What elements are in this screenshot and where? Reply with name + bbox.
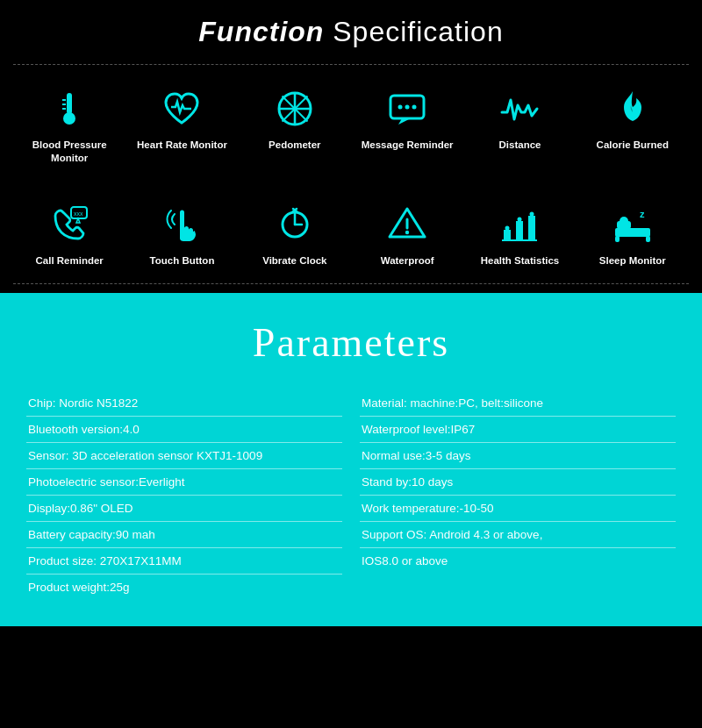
svg-point-28 bbox=[505, 225, 510, 230]
page-title: Function Specification bbox=[9, 16, 693, 48]
divider-bottom bbox=[13, 283, 689, 284]
param-item-right: Work temperature:-10-50 bbox=[360, 496, 676, 522]
svg-text:xxx: xxx bbox=[74, 211, 83, 217]
feature-message: Message Reminder bbox=[351, 74, 463, 172]
pedometer-icon bbox=[274, 86, 316, 132]
blood-pressure-icon bbox=[48, 86, 90, 132]
sleep-icon: z bbox=[612, 202, 654, 247]
sleep-label: Sleep Monitor bbox=[599, 254, 666, 268]
svg-rect-24 bbox=[504, 230, 511, 240]
touch-label: Touch Button bbox=[150, 254, 215, 268]
message-label: Message Reminder bbox=[362, 139, 454, 152]
param-item-left: Product weight:25g bbox=[26, 575, 342, 600]
param-item-left: Product size: 270X17X11MM bbox=[26, 548, 342, 575]
param-item-right: Waterproof level:IP67 bbox=[360, 417, 676, 443]
svg-point-14 bbox=[412, 105, 417, 110]
feature-touch: Touch Button bbox=[125, 189, 238, 275]
svg-point-30 bbox=[530, 211, 534, 216]
title-light: Specification bbox=[324, 16, 503, 47]
feature-blood-pressure: Blood PressureMonitor bbox=[13, 74, 125, 172]
message-icon bbox=[386, 86, 428, 132]
waterproof-icon bbox=[386, 202, 428, 247]
param-item-right: Stand by:10 days bbox=[360, 469, 676, 496]
svg-rect-25 bbox=[516, 221, 523, 240]
params-grid: Chip: Nordic N51822Bluetooth version:4.0… bbox=[26, 390, 676, 600]
svg-point-29 bbox=[518, 217, 522, 221]
svg-point-13 bbox=[405, 105, 410, 110]
calorie-icon bbox=[612, 86, 654, 132]
params-left-col: Chip: Nordic N51822Bluetooth version:4.0… bbox=[26, 390, 342, 600]
distance-icon bbox=[498, 86, 541, 132]
pedometer-label: Pedometer bbox=[269, 139, 320, 152]
param-item-left: Display:0.86" OLED bbox=[26, 496, 342, 522]
vibrate-icon bbox=[274, 202, 316, 247]
calorie-label: Calorie Burned bbox=[597, 139, 669, 152]
feature-pedometer: Pedometer bbox=[239, 74, 351, 172]
feature-call: xxx Call Reminder bbox=[13, 189, 125, 275]
features-row1: Blood PressureMonitor Heart Rate Monitor bbox=[9, 65, 693, 181]
svg-point-12 bbox=[398, 105, 403, 110]
feature-calorie: Calorie Burned bbox=[577, 74, 689, 172]
feature-health: Health Statistics bbox=[463, 189, 576, 275]
feature-distance: Distance bbox=[463, 74, 576, 172]
svg-point-33 bbox=[620, 217, 628, 225]
distance-label: Distance bbox=[499, 139, 541, 152]
param-item-right: Material: machine:PC, belt:silicone bbox=[360, 390, 676, 417]
health-label: Health Statistics bbox=[481, 254, 559, 268]
touch-icon bbox=[161, 202, 203, 247]
vibrate-label: Vibrate Clock bbox=[262, 254, 326, 268]
call-icon: xxx bbox=[48, 202, 90, 247]
features-row2: xxx Call Reminder Touch Button bbox=[9, 181, 693, 283]
param-item-left: Photoelectric sensor:Everlight bbox=[26, 469, 342, 496]
heart-rate-label: Heart Rate Monitor bbox=[137, 139, 227, 152]
params-right-col: Material: machine:PC, belt:siliconeWater… bbox=[360, 390, 676, 600]
blood-pressure-label: Blood PressureMonitor bbox=[32, 139, 107, 165]
param-item-left: Chip: Nordic N51822 bbox=[26, 390, 342, 417]
svg-point-23 bbox=[405, 231, 409, 234]
call-label: Call Reminder bbox=[36, 254, 104, 268]
waterproof-label: Waterproof bbox=[381, 254, 434, 268]
param-item-right: Normal use:3-5 days bbox=[360, 443, 676, 469]
svg-text:z: z bbox=[640, 209, 645, 219]
svg-rect-31 bbox=[615, 228, 650, 237]
param-item-left: Battery capacity:90 mah bbox=[26, 522, 342, 548]
title-bold: Function bbox=[198, 16, 324, 47]
svg-rect-26 bbox=[528, 216, 535, 240]
feature-sleep: z Sleep Monitor bbox=[577, 189, 689, 275]
param-item-left: Bluetooth version:4.0 bbox=[26, 417, 342, 443]
svg-rect-34 bbox=[615, 236, 620, 242]
param-item-left: Sensor: 3D acceleration sensor KXTJ1-100… bbox=[26, 443, 342, 469]
params-title: Parameters bbox=[26, 319, 676, 366]
feature-waterproof: Waterproof bbox=[351, 189, 463, 275]
param-item-right: Support OS: Android 4.3 or above, bbox=[360, 522, 676, 548]
feature-vibrate: Vibrate Clock bbox=[239, 189, 351, 275]
health-icon bbox=[498, 202, 541, 247]
bottom-section: Parameters Chip: Nordic N51822Bluetooth … bbox=[0, 293, 702, 626]
param-item-right: IOS8.0 or above bbox=[360, 548, 676, 574]
top-section: Function Specification Blood PressureMon… bbox=[0, 0, 702, 293]
svg-rect-35 bbox=[646, 236, 650, 242]
heart-rate-icon bbox=[161, 86, 203, 132]
feature-heart-rate: Heart Rate Monitor bbox=[125, 74, 238, 172]
svg-rect-2 bbox=[68, 105, 71, 119]
